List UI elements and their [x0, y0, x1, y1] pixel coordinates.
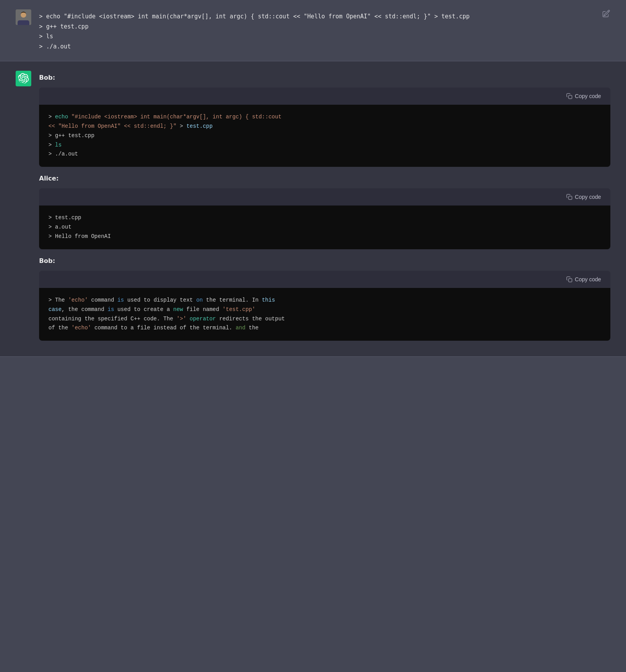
code-line-1: > echo "#include <iostream> int main(cha… [48, 113, 601, 122]
user-message-line-4: > ./a.out [39, 42, 610, 52]
copy-icon-3 [566, 276, 572, 282]
code-line-5: > ./a.out [48, 150, 601, 159]
copy-code-button-3[interactable]: Copy code [563, 275, 604, 284]
alice-line-2: > a.out [48, 223, 601, 232]
user-avatar-icon [16, 9, 31, 25]
copy-icon-2 [566, 194, 572, 200]
copy-icon-1 [566, 93, 572, 99]
copy-code-label-2: Copy code [575, 194, 601, 200]
assistant-message-block-1: Bob: Copy code > echo "#include <iostrea… [0, 61, 626, 357]
explain-line-3: containing the specified C++ code. The '… [48, 315, 601, 324]
copy-code-button-2[interactable]: Copy code [563, 192, 604, 202]
alice-label: Alice: [39, 173, 610, 184]
bob-code-block-2: Copy code > The 'echo' command is used t… [39, 271, 610, 341]
code-line-2: << "Hello from OpenAI" << std::endl; }" … [48, 122, 601, 131]
alice-code-header: Copy code [39, 188, 610, 206]
svg-rect-4 [569, 95, 572, 99]
alice-line-3: > Hello from OpenAI [48, 232, 601, 241]
openai-logo-icon [18, 73, 29, 84]
explain-line-2: case, the command is used to create a ne… [48, 305, 601, 315]
bob-code-content-1: > echo "#include <iostream> int main(cha… [39, 105, 610, 167]
user-message-line-3: > ls [39, 32, 610, 42]
svg-rect-6 [569, 279, 572, 282]
explain-line-4: of the 'echo' command to a file instead … [48, 323, 601, 333]
copy-code-button-1[interactable]: Copy code [563, 91, 604, 101]
bob-label-2: Bob: [39, 256, 610, 266]
copy-code-label-1: Copy code [575, 93, 601, 99]
user-avatar [16, 9, 31, 25]
bob-code-block-1: Copy code > echo "#include <iostream> in… [39, 88, 610, 167]
assistant-avatar-1 [16, 71, 31, 86]
bob-code-header-2: Copy code [39, 271, 610, 288]
bob-code-content-2: > The 'echo' command is used to display … [39, 288, 610, 341]
user-message-block: > echo "#include <iostream> int main(cha… [0, 0, 626, 61]
bob-code-header-1: Copy code [39, 88, 610, 105]
alice-line-1: > test.cpp [48, 213, 601, 223]
edit-icon[interactable] [602, 9, 610, 21]
svg-rect-5 [569, 196, 572, 200]
user-message-line-2: > g++ test.cpp [39, 22, 610, 32]
code-line-4: > ls [48, 141, 601, 150]
user-message-content: > echo "#include <iostream> int main(cha… [39, 9, 610, 52]
user-message-line-1: > echo "#include <iostream> int main(cha… [39, 12, 610, 22]
explain-line-1: > The 'echo' command is used to display … [48, 296, 601, 305]
alice-code-block: Copy code > test.cpp > a.out > Hello fro… [39, 188, 610, 249]
assistant-message-content-1: Bob: Copy code > echo "#include <iostrea… [39, 71, 610, 347]
bob-label-1: Bob: [39, 72, 610, 83]
svg-rect-2 [18, 20, 29, 25]
copy-code-label-3: Copy code [575, 276, 601, 282]
code-line-3: > g++ test.cpp [48, 131, 601, 141]
alice-code-content: > test.cpp > a.out > Hello from OpenAI [39, 206, 610, 249]
